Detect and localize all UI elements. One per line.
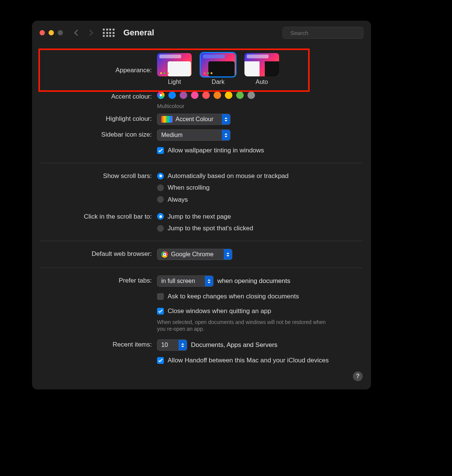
scrollbars-option-when-scrolling[interactable]: When scrolling [157,182,289,193]
scroll-click-spot-label: Jump to the spot that's clicked [168,223,253,233]
window-title: General [124,28,154,38]
highlight-colour-select[interactable]: Accent Colour [157,114,231,125]
prefer-tabs-label: Prefer tabs: [40,275,157,284]
accent-label: Accent colour: [40,91,157,100]
forward-button[interactable] [87,30,93,36]
ask-changes-checkbox[interactable]: Ask to keep changes when closing documen… [157,291,299,301]
accent-pink[interactable] [191,91,199,99]
chrome-icon [161,251,168,258]
scrollbars-option-always[interactable]: Always [157,195,289,205]
accent-swatches [157,91,255,99]
sidebar-size-value: Medium [161,132,222,138]
appearance-label-auto: Auto [256,79,268,85]
accent-green[interactable] [236,91,244,99]
appearance-option-dark[interactable]: Dark [201,53,235,85]
highlight-gradient-icon [161,116,173,123]
scroll-click-next-page[interactable]: Jump to the next page [157,211,253,222]
handoff-checkbox[interactable]: Allow Handoff between this Mac and your … [157,355,329,365]
appearance-label-dark: Dark [212,79,224,85]
close-windows-label: Close windows when quitting an app [168,306,271,316]
appearance-label: Appearance: [40,53,157,74]
preferences-window: General Appearance: Light [32,21,371,389]
accent-selected-name: Multicolour [157,103,255,109]
ask-changes-label: Ask to keep changes when closing documen… [168,291,299,301]
accent-yellow[interactable] [225,91,232,99]
accent-purple[interactable] [180,91,187,99]
search-field-container [282,27,363,39]
default-browser-select[interactable]: Google Chrome [157,249,232,260]
divider [40,163,363,163]
default-browser-value: Google Chrome [171,251,224,258]
scrollbars-label: Show scroll bars: [40,171,157,180]
recent-items-label: Recent items: [40,339,157,348]
handoff-label: Allow Handoff between this Mac and your … [168,355,329,365]
accent-multicolour[interactable] [157,91,165,99]
appearance-option-auto[interactable]: Auto [244,53,279,85]
help-button[interactable]: ? [353,371,363,381]
accent-orange[interactable] [214,91,221,99]
scroll-click-label: Click in the scroll bar to: [40,211,157,221]
traffic-lights [40,30,63,35]
appearance-option-light[interactable]: Light [157,53,192,85]
chevron-updown-icon [224,249,232,260]
prefer-tabs-value: in full screen [161,278,205,284]
nav-arrows [75,30,92,35]
default-browser-label: Default web browser: [40,249,157,258]
sidebar-size-label: Sidebar icon size: [40,129,157,138]
chevron-updown-icon [222,114,230,125]
chevron-updown-icon [222,130,230,140]
scrollbars-option-auto[interactable]: Automatically based on mouse or trackpad [157,171,289,181]
zoom-window-button[interactable] [58,30,63,35]
accent-graphite[interactable] [247,91,255,99]
divider [40,268,363,268]
scroll-click-next-page-label: Jump to the next page [168,211,231,222]
highlight-label: Highlight colour: [40,114,157,123]
sidebar-size-select[interactable]: Medium [157,129,231,141]
recent-items-select[interactable]: 10 [157,339,187,351]
recent-items-suffix: Documents, Apps and Servers [191,341,278,349]
close-windows-note: When selected, open documents and window… [157,319,334,333]
prefer-tabs-suffix: when opening documents [217,277,290,285]
close-windows-checkbox[interactable]: Close windows when quitting an app [157,306,334,316]
show-all-button[interactable] [103,29,115,37]
chevron-updown-icon [179,340,187,350]
highlight-value: Accent Colour [176,116,222,123]
close-window-button[interactable] [40,30,45,35]
content-area: Appearance: Light Dark Auto [32,45,371,375]
chevron-updown-icon [205,276,213,286]
accent-blue[interactable] [168,91,176,99]
divider [40,241,363,241]
minimize-window-button[interactable] [49,30,54,35]
appearance-label-light: Light [168,79,181,85]
scrollbars-option-always-label: Always [168,195,188,205]
wallpaper-tinting-checkbox[interactable]: Allow wallpaper tinting in windows [157,145,264,155]
prefer-tabs-select[interactable]: in full screen [157,275,214,287]
scrollbars-option-auto-label: Automatically based on mouse or trackpad [168,171,289,181]
wallpaper-tinting-label: Allow wallpaper tinting in windows [168,145,264,155]
window-toolbar: General [32,21,371,45]
appearance-options: Light Dark Auto [157,53,279,85]
accent-red[interactable] [202,91,210,99]
scroll-click-spot[interactable]: Jump to the spot that's clicked [157,223,253,233]
recent-items-value: 10 [161,342,179,348]
search-input[interactable] [290,29,363,36]
scrollbars-option-scrolling-label: When scrolling [168,182,210,193]
back-button[interactable] [74,30,81,36]
